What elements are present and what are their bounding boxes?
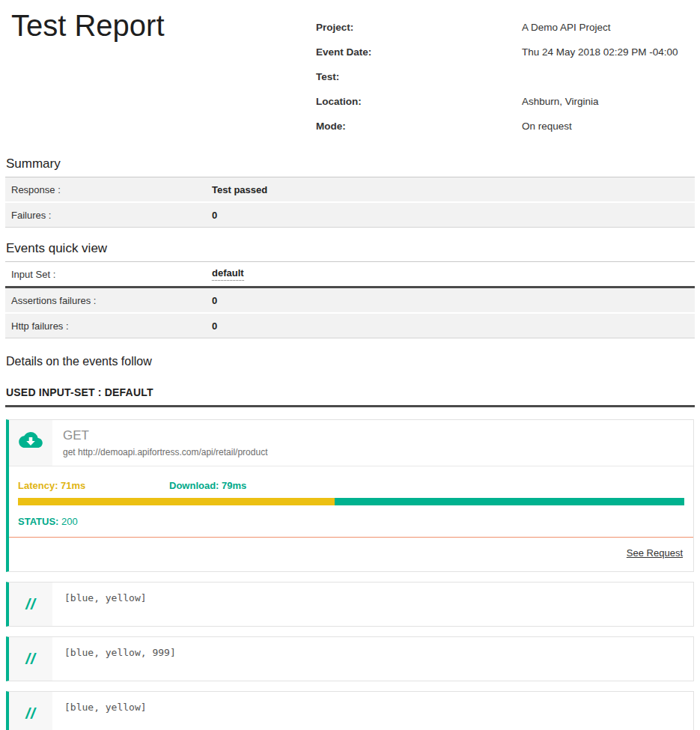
row-label: Failures : [11, 210, 212, 221]
comment-card: // [blue, yellow, 999] [6, 636, 694, 681]
report-page: Test Report Project: A Demo API Project … [0, 0, 700, 730]
table-row-failures: Failures : 0 [5, 203, 695, 227]
latency-metric: Latency: 71ms [18, 480, 169, 491]
comment-card: // [blue, yellow] [6, 691, 694, 730]
row-value: Test passed [212, 184, 695, 195]
report-meta: Project: A Demo API Project Event Date: … [316, 9, 689, 139]
comment-slashes-icon: // [9, 692, 52, 730]
meta-label: Location: [316, 96, 522, 107]
row-value: 0 [212, 295, 695, 306]
meta-label: Mode: [316, 121, 522, 132]
table-row-assertion-failures: Assertions failures : 0 [5, 288, 695, 314]
meta-value: Thu 24 May 2018 02:29 PM -04:00 [522, 46, 689, 58]
request-info: GET get http://demoapi.apifortress.com/a… [52, 420, 278, 466]
row-label: Http failures : [11, 320, 212, 332]
see-request-link[interactable]: See Request [627, 547, 683, 559]
table-row-response: Response : Test passed [5, 177, 695, 203]
page-title: Test Report [11, 9, 316, 139]
comment-text: [blue, yellow] [52, 583, 693, 626]
meta-row-location: Location: Ashburn, Virginia [316, 89, 689, 114]
meta-label: Event Date: [316, 46, 522, 58]
row-label: Assertions failures : [11, 295, 212, 306]
table-row-input-set: Input Set : default [5, 262, 695, 288]
download-metric: Download: 79ms [169, 480, 246, 491]
report-header: Test Report Project: A Demo API Project … [5, 0, 695, 143]
summary-table: Response : Test passed Failures : 0 [5, 177, 695, 228]
used-input-set-heading: USED INPUT-SET : DEFAULT [5, 386, 695, 407]
quick-view-table: Input Set : default Assertions failures … [5, 262, 695, 338]
request-summary-row: GET get http://demoapi.apifortress.com/a… [9, 420, 693, 466]
row-label: Input Set : [11, 269, 212, 280]
request-url: get http://demoapi.apifortress.com/api/r… [63, 447, 267, 457]
meta-label: Test: [316, 71, 522, 82]
status-code: 200 [61, 516, 78, 527]
meta-label: Project: [316, 22, 522, 33]
meta-row-mode: Mode: On request [316, 114, 689, 139]
meta-value: Ashburn, Virginia [522, 96, 689, 107]
table-row-http-failures: Http failures : 0 [5, 314, 695, 338]
row-label: Response : [11, 184, 212, 195]
request-method: GET [63, 428, 267, 443]
comment-slashes-icon: // [9, 583, 52, 626]
comment-text: [blue, yellow, 999] [52, 637, 693, 681]
timing-bar-latency-segment [18, 498, 335, 505]
row-value: 0 [212, 210, 695, 221]
event-card-get: GET get http://demoapi.apifortress.com/a… [6, 419, 694, 572]
input-set-link[interactable]: default [212, 267, 244, 280]
comment-text: [blue, yellow] [52, 692, 693, 730]
see-request-row: See Request [9, 538, 693, 571]
comment-card: // [blue, yellow] [6, 582, 694, 627]
meta-row-project: Project: A Demo API Project [316, 15, 689, 40]
performance-section: Latency: 71msDownload: 79ms [9, 466, 693, 505]
timing-bar [18, 498, 684, 505]
summary-heading: Summary [5, 156, 695, 177]
quick-view-heading: Events quick view [5, 241, 695, 262]
meta-value: On request [522, 121, 689, 132]
row-value: 0 [212, 320, 695, 332]
comment-slashes-icon: // [9, 637, 52, 681]
cloud-download-icon [19, 432, 43, 454]
meta-row-test: Test: [316, 64, 689, 89]
request-icon-cell [9, 420, 52, 466]
status-row: STATUS: 200 [9, 505, 693, 537]
details-heading: Details on the events follow [5, 355, 695, 368]
performance-labels: Latency: 71msDownload: 79ms [18, 480, 684, 491]
meta-value: A Demo API Project [522, 22, 689, 33]
status-label: STATUS: [18, 516, 61, 527]
meta-row-event-date: Event Date: Thu 24 May 2018 02:29 PM -04… [316, 40, 689, 64]
